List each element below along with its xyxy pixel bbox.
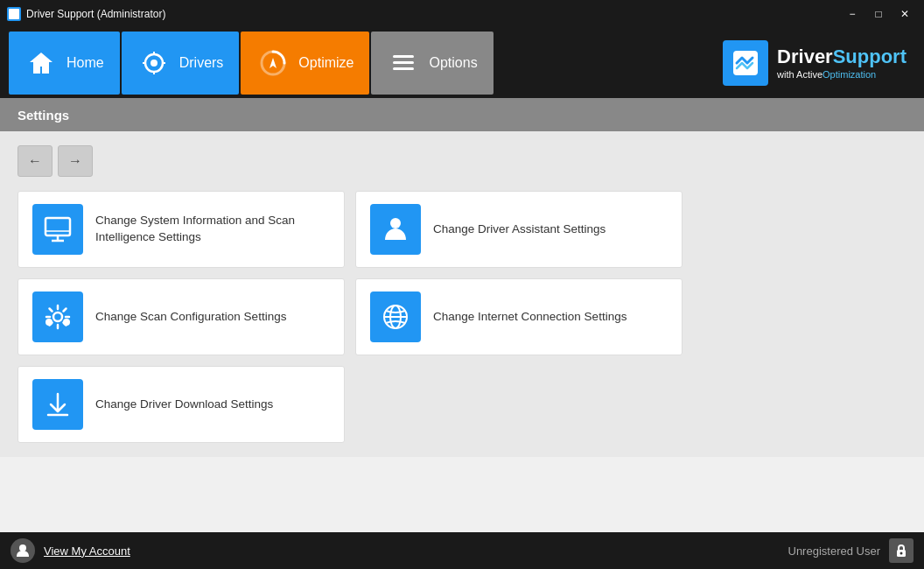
card-driver-assistant[interactable]: Change Driver Assistant Settings	[355, 191, 682, 268]
download-icon	[32, 379, 83, 430]
title-bar: Driver Support (Administrator) − □ ✕	[0, 0, 924, 28]
settings-title: Settings	[18, 108, 69, 123]
svg-rect-12	[46, 218, 70, 235]
brand-name-support: Support	[833, 46, 906, 67]
nav-options-label: Options	[429, 55, 477, 71]
settings-header: Settings	[0, 98, 924, 131]
card-driver-assistant-label: Change Driver Assistant Settings	[433, 221, 606, 238]
title-bar-left: Driver Support (Administrator)	[7, 7, 165, 21]
nav-home-label: Home	[66, 55, 104, 71]
card-scan-config[interactable]: Change Scan Configuration Settings	[18, 278, 345, 355]
card-system-info[interactable]: Change System Information and Scan Intel…	[18, 191, 345, 268]
home-icon	[24, 46, 58, 80]
nav-item-drivers[interactable]: Drivers	[122, 32, 240, 95]
brand-sub-with: with Active	[777, 69, 822, 80]
svg-rect-9	[393, 61, 414, 64]
navbar: Home Drivers	[0, 28, 924, 98]
nav-drivers-label: Drivers	[179, 55, 224, 71]
card-internet-connection-label: Change Internet Connection Settings	[433, 309, 626, 326]
nav-item-optimize[interactable]: Optimize	[241, 32, 369, 95]
brand-sub: with ActiveOptimization	[777, 69, 906, 81]
card-system-info-label: Change System Information and Scan Intel…	[95, 213, 330, 246]
view-account-button[interactable]: View My Account	[44, 544, 130, 558]
brand: DriverSupport with ActiveOptimization	[723, 40, 906, 86]
drivers-icon	[137, 46, 171, 80]
nav-items: Home Drivers	[9, 28, 494, 98]
card-driver-download-label: Change Driver Download Settings	[95, 397, 273, 413]
footer: View My Account Unregistered User	[0, 532, 924, 569]
svg-rect-10	[393, 67, 414, 70]
options-icon	[387, 46, 420, 80]
nav-optimize-label: Optimize	[298, 55, 354, 71]
svg-point-26	[900, 552, 903, 555]
svg-point-16	[390, 218, 401, 228]
brand-icon	[723, 40, 768, 86]
svg-rect-8	[393, 55, 414, 58]
brand-sub-opt: Optimization	[822, 69, 876, 80]
monitor-icon	[32, 204, 83, 255]
forward-button[interactable]: →	[58, 145, 93, 177]
settings-grid: Change System Information and Scan Intel…	[18, 191, 682, 443]
close-button[interactable]: ✕	[892, 4, 917, 24]
nav-buttons: ← →	[18, 145, 906, 177]
svg-marker-7	[270, 58, 276, 68]
card-scan-config-label: Change Scan Configuration Settings	[95, 309, 286, 326]
svg-rect-0	[9, 9, 19, 19]
svg-point-2	[150, 60, 158, 67]
svg-point-24	[19, 544, 26, 551]
maximize-button[interactable]: □	[866, 4, 891, 24]
brand-text: DriverSupport with ActiveOptimization	[777, 46, 906, 81]
app-icon	[7, 7, 21, 21]
card-driver-download[interactable]: Change Driver Download Settings	[18, 366, 345, 443]
brand-name: DriverSupport	[777, 46, 906, 68]
brand-name-driver: Driver	[777, 46, 833, 67]
main-content: ← → Change System Information and Scan I…	[0, 131, 924, 457]
svg-point-17	[53, 313, 62, 321]
back-button[interactable]: ←	[18, 145, 52, 177]
optimize-icon	[256, 46, 290, 80]
nav-item-home[interactable]: Home	[9, 32, 120, 95]
lock-icon	[889, 538, 914, 563]
user-avatar	[10, 538, 35, 563]
footer-right: Unregistered User	[788, 538, 914, 563]
user-status: Unregistered User	[788, 544, 881, 558]
nav-item-options[interactable]: Options	[371, 32, 493, 95]
gear-icon	[32, 292, 83, 342]
title-bar-text: Driver Support (Administrator)	[26, 8, 165, 20]
svg-point-18	[46, 319, 52, 326]
svg-point-19	[63, 319, 70, 326]
title-bar-controls: − □ ✕	[840, 4, 917, 24]
globe-icon	[370, 292, 421, 342]
footer-left: View My Account	[10, 538, 130, 563]
card-internet-connection[interactable]: Change Internet Connection Settings	[355, 278, 682, 355]
person-icon	[370, 204, 421, 255]
minimize-button[interactable]: −	[840, 4, 864, 24]
